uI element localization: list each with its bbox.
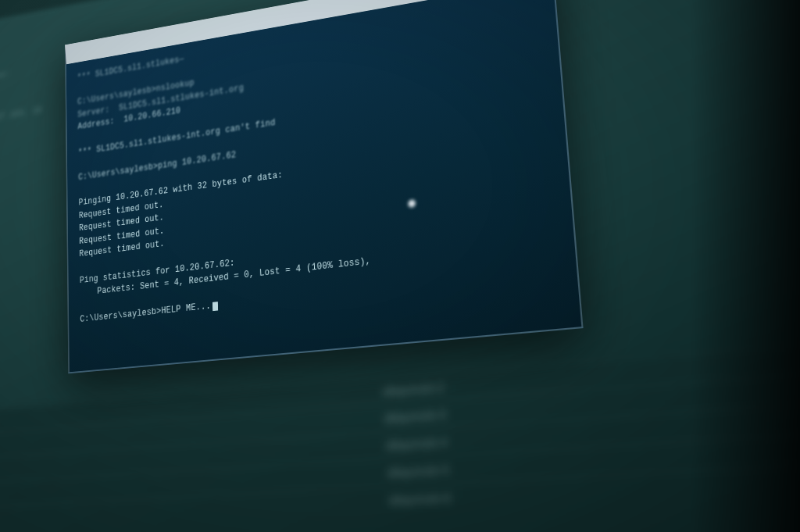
table-cell [0, 480, 247, 497]
table-cell [0, 507, 248, 521]
terminal-output[interactable]: *** SL1DC5.sl1.stlukes—C:\Users\saylesb>… [66, 0, 578, 337]
table-cell [598, 342, 800, 375]
background-text-left: UseAddress: ional) , 10.20.67.103, 10 [0, 62, 42, 130]
terminal-window[interactable]: *** SL1DC5.sl1.stlukes—C:\Users\saylesb>… [65, 0, 584, 373]
terminal-cursor [212, 302, 218, 311]
